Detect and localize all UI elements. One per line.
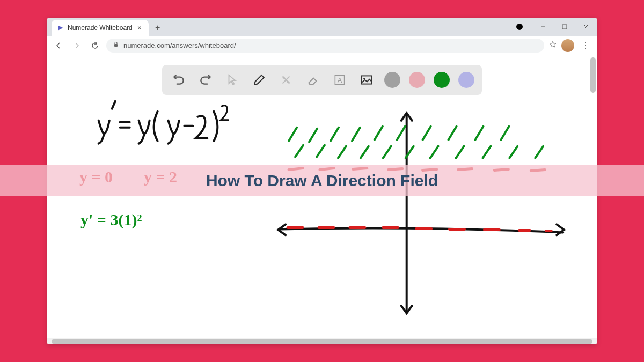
svg-line-28 (430, 146, 438, 158)
profile-avatar[interactable] (561, 39, 574, 52)
svg-line-13 (309, 129, 317, 142)
forward-button[interactable] (70, 39, 84, 53)
svg-line-20 (475, 127, 483, 140)
address-bar: numerade.com/answers/whiteboard/ ⋮ (47, 36, 597, 55)
svg-line-30 (482, 146, 491, 158)
window-controls (516, 18, 597, 36)
title-overlay: How To Draw A Direction Field (0, 165, 644, 196)
tab-bar: Numerade Whiteboard × + (47, 18, 597, 36)
back-button[interactable] (52, 39, 65, 53)
browser-tab[interactable]: Numerade Whiteboard × (52, 20, 149, 36)
svg-line-19 (449, 127, 457, 140)
svg-line-25 (361, 146, 369, 158)
svg-rect-2 (562, 25, 567, 29)
whiteboard-content: A (47, 55, 597, 344)
tab-title: Numerade Whiteboard (68, 24, 133, 32)
svg-line-18 (423, 127, 431, 140)
svg-line-12 (289, 128, 297, 141)
new-tab-button[interactable]: + (151, 21, 165, 35)
svg-line-22 (295, 145, 303, 157)
svg-line-29 (456, 146, 464, 158)
svg-rect-5 (114, 44, 118, 47)
svg-line-16 (375, 127, 383, 140)
svg-line-24 (338, 146, 346, 158)
browser-menu-button[interactable]: ⋮ (579, 39, 592, 53)
bookmark-icon[interactable] (548, 40, 557, 51)
svg-line-17 (397, 127, 405, 140)
svg-line-14 (331, 128, 339, 141)
overlay-title-text: How To Draw A Direction Field (206, 172, 438, 190)
minimize-button[interactable] (532, 18, 554, 36)
svg-line-32 (535, 146, 543, 158)
svg-line-15 (352, 128, 360, 141)
close-tab-icon[interactable]: × (136, 24, 143, 32)
url-input[interactable]: numerade.com/answers/whiteboard/ (106, 39, 544, 53)
svg-line-21 (501, 127, 509, 140)
reload-button[interactable] (88, 39, 102, 53)
browser-right-controls: ⋮ (548, 39, 592, 53)
lock-icon (113, 41, 119, 49)
close-window-button[interactable] (575, 18, 597, 36)
maximize-button[interactable] (554, 18, 575, 36)
svg-marker-0 (58, 26, 63, 31)
svg-line-31 (509, 146, 517, 158)
tab-favicon-icon (57, 24, 64, 32)
url-text: numerade.com/answers/whiteboard/ (123, 41, 236, 49)
svg-line-23 (317, 145, 325, 157)
handwriting-yprime: y' = 3(1)² (80, 211, 142, 229)
record-indicator-icon (516, 24, 523, 30)
whiteboard-canvas[interactable] (47, 55, 597, 344)
svg-line-26 (383, 146, 391, 158)
